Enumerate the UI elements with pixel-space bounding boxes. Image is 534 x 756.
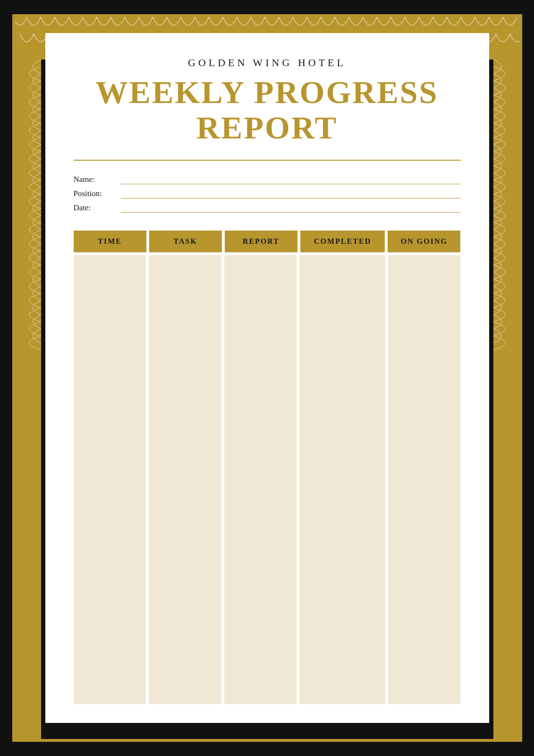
col-body-ongoing[interactable]	[388, 255, 461, 704]
col-header-report: REPORT	[225, 231, 297, 252]
fields-section: Name: Position: Date:	[74, 175, 461, 217]
hotel-name: GOLDEN WING HOTEL	[74, 57, 461, 69]
outer-border: GOLDEN WING HOTEL WEEKLY PROGRESS REPORT…	[12, 14, 522, 742]
name-label: Name:	[74, 175, 121, 184]
scallop-left-decoration	[15, 60, 41, 739]
gold-divider	[74, 160, 461, 161]
col-body-time[interactable]	[74, 255, 146, 704]
inner-card: GOLDEN WING HOTEL WEEKLY PROGRESS REPORT…	[45, 33, 489, 723]
date-line[interactable]	[121, 212, 461, 213]
table-container: TIME TASK REPORT COMPLETED ON GOING	[74, 231, 461, 704]
col-body-report[interactable]	[224, 255, 297, 704]
table-body	[74, 255, 461, 704]
date-label: Date:	[74, 203, 121, 213]
scallop-right-decoration	[493, 60, 519, 739]
field-date-row: Date:	[74, 203, 461, 213]
field-position-row: Position:	[74, 189, 461, 198]
table-header: TIME TASK REPORT COMPLETED ON GOING	[74, 231, 461, 252]
title-line2: REPORT	[196, 110, 338, 146]
col-body-task[interactable]	[149, 255, 221, 704]
field-name-row: Name:	[74, 175, 461, 184]
col-header-ongoing: ON GOING	[388, 231, 460, 252]
position-label: Position:	[74, 189, 121, 198]
title-line1: WEEKLY PROGRESS	[96, 74, 439, 110]
col-header-time: TIME	[74, 231, 146, 252]
position-line[interactable]	[121, 198, 461, 198]
col-body-completed[interactable]	[299, 255, 385, 704]
report-title: WEEKLY PROGRESS REPORT	[74, 75, 461, 146]
col-header-completed: COMPLETED	[300, 231, 385, 252]
col-header-task: TASK	[149, 231, 222, 252]
name-line[interactable]	[121, 184, 461, 184]
